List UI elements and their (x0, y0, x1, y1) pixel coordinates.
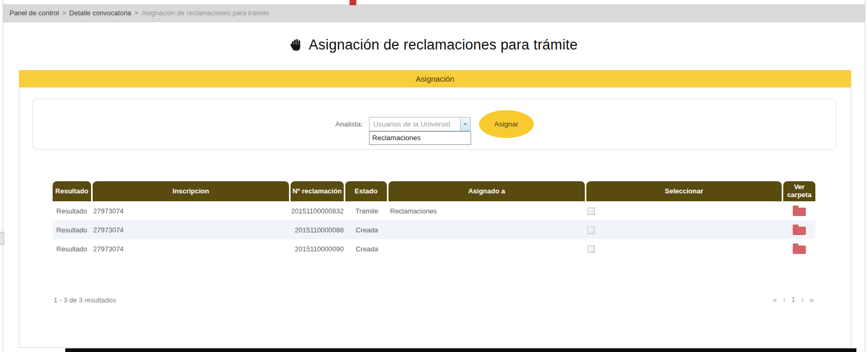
column-header-estado: Estado (345, 181, 387, 201)
table-row: Resultado 27973074 2015110000088 Creada (53, 220, 815, 239)
column-header-seleccionar: Seleccionar (586, 181, 782, 201)
cell-inscripcion: 27973074 (93, 245, 291, 253)
hand-icon (291, 38, 303, 52)
cell-inscripcion: 27973074 (93, 207, 291, 215)
table-header-row: Resultado Inscripcion Nº reclamación Est… (53, 181, 815, 201)
breadcrumb-separator: > (62, 9, 66, 17)
folder-icon[interactable] (793, 227, 806, 235)
cell-resultado: Resultado (53, 245, 93, 253)
analyst-form: Analista: Usuarios de la Universid Recla… (33, 99, 836, 150)
first-page-button[interactable]: « (773, 295, 777, 304)
page-title-row: Asignación de reclamaciones para trámite (0, 37, 868, 53)
next-page-button[interactable]: › (801, 295, 804, 304)
prev-page-button[interactable]: ‹ (783, 295, 785, 304)
analyst-dropdown-list: Reclamaciones (369, 131, 471, 145)
side-panel-handle[interactable] (0, 232, 4, 245)
column-header-inscripcion: Inscripcion (93, 181, 289, 201)
cell-inscripcion: 27973074 (93, 226, 291, 234)
footer-bar (65, 348, 856, 352)
breadcrumb-item-detalle-convocatoria[interactable]: Detalle convocatoria (69, 9, 132, 17)
column-header-ver-carpeta: Ver carpeta (783, 181, 815, 201)
cell-estado: Creada (345, 226, 388, 234)
page-number[interactable]: 1 (791, 296, 795, 304)
column-header-asignado-a: Asignado a (388, 181, 585, 201)
folder-icon[interactable] (793, 246, 806, 254)
cell-estado: Creada (345, 245, 388, 253)
cell-resultado: Resultado (53, 226, 93, 234)
row-checkbox[interactable] (587, 208, 595, 215)
asignar-button[interactable]: Asignar (479, 110, 534, 138)
breadcrumb-separator: > (134, 9, 138, 17)
cell-estado: Tramite (345, 207, 388, 215)
breadcrumb-item-current: Asignación de reclamaciones para trámite (142, 9, 269, 17)
top-red-marker (350, 0, 356, 5)
cell-num-reclamacion: 2015110000090 (291, 245, 345, 253)
cell-resultado: Resultado (53, 207, 93, 215)
breadcrumb: Panel de control > Detalle convocatoria … (3, 4, 865, 22)
breadcrumb-item-panel-de-control[interactable]: Panel de control (9, 9, 59, 17)
table-row: Resultado 27973074 20151100000832 Tramit… (53, 201, 815, 220)
cell-num-reclamacion: 2015110000088 (291, 226, 345, 234)
chevron-down-icon[interactable] (460, 118, 470, 131)
last-page-button[interactable]: » (810, 295, 814, 304)
folder-icon[interactable] (793, 208, 806, 216)
column-header-resultado: Resultado (53, 181, 91, 201)
results-summary: 1 - 3 de 3 resultados (54, 296, 116, 304)
dropdown-option-reclamaciones[interactable]: Reclamaciones (370, 132, 471, 144)
analyst-label: Analista: (335, 120, 363, 128)
row-checkbox[interactable] (587, 227, 595, 234)
analyst-select-value: Usuarios de la Universid (370, 118, 460, 131)
analyst-select[interactable]: Usuarios de la Universid Reclamaciones (369, 117, 471, 131)
column-header-num-reclamacion: Nº reclamación (291, 181, 344, 201)
pagination: « ‹ 1 › » (773, 295, 814, 304)
cell-asignado-a: Reclamaciones (388, 207, 586, 215)
panel-header: Asignación (19, 70, 851, 87)
cell-num-reclamacion: 20151100000832 (291, 207, 345, 215)
page-title: Asignación de reclamaciones para trámite (309, 37, 578, 53)
claims-table: Resultado Inscripcion Nº reclamación Est… (53, 181, 815, 258)
row-checkbox[interactable] (587, 246, 595, 253)
table-row: Resultado 27973074 2015110000090 Creada (53, 239, 815, 258)
